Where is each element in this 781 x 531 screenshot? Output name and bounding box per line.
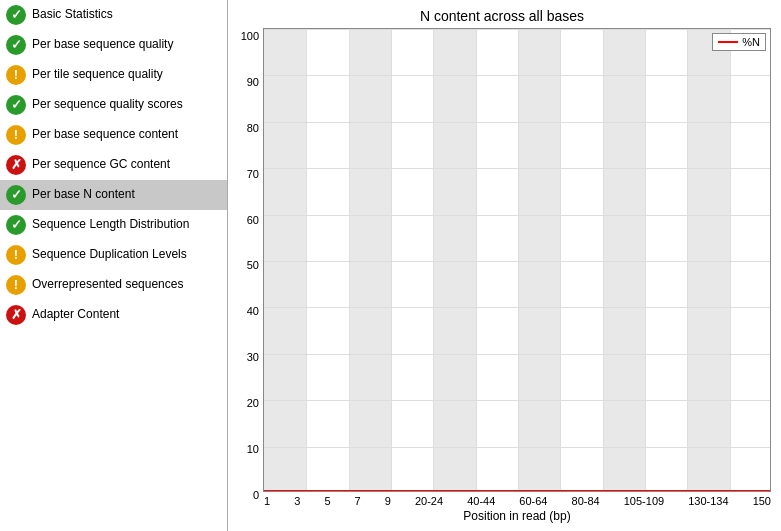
- y-axis: 1009080706050403020100: [233, 28, 263, 523]
- sidebar-label: Sequence Duplication Levels: [32, 247, 187, 263]
- status-icon-warn: !: [6, 125, 26, 145]
- status-icon-pass: ✓: [6, 215, 26, 235]
- y-tick: 60: [247, 214, 259, 226]
- sidebar-label: Per base N content: [32, 187, 135, 203]
- x-tick: 1: [264, 495, 270, 507]
- x-tick: 150: [753, 495, 771, 507]
- sidebar-item-per-base-n-content[interactable]: ✓Per base N content: [0, 180, 227, 210]
- status-icon-warn: !: [6, 65, 26, 85]
- y-tick: 20: [247, 397, 259, 409]
- x-axis-label: Position in read (bp): [263, 509, 771, 523]
- y-tick: 90: [247, 76, 259, 88]
- status-icon-pass: ✓: [6, 5, 26, 25]
- x-tick: 7: [355, 495, 361, 507]
- sidebar: ✓Basic Statistics✓Per base sequence qual…: [0, 0, 228, 531]
- sidebar-item-per-base-sequence-quality[interactable]: ✓Per base sequence quality: [0, 30, 227, 60]
- sidebar-item-per-base-sequence-content[interactable]: !Per base sequence content: [0, 120, 227, 150]
- chart-title: N content across all bases: [233, 8, 771, 24]
- sidebar-item-overrepresented-sequences[interactable]: !Overrepresented sequences: [0, 270, 227, 300]
- y-tick: 40: [247, 305, 259, 317]
- x-tick: 20-24: [415, 495, 443, 507]
- sidebar-item-sequence-duplication-levels[interactable]: !Sequence Duplication Levels: [0, 240, 227, 270]
- chart-and-x: %N 1357920-2440-4460-6480-84105-109130-1…: [263, 28, 771, 523]
- sidebar-label: Per tile sequence quality: [32, 67, 163, 83]
- sidebar-item-sequence-length-distribution[interactable]: ✓Sequence Length Distribution: [0, 210, 227, 240]
- sidebar-item-per-sequence-gc-content[interactable]: ✗Per sequence GC content: [0, 150, 227, 180]
- status-icon-warn: !: [6, 245, 26, 265]
- x-tick: 130-134: [688, 495, 728, 507]
- sidebar-item-adapter-content[interactable]: ✗Adapter Content: [0, 300, 227, 330]
- x-tick: 9: [385, 495, 391, 507]
- sidebar-label: Per sequence quality scores: [32, 97, 183, 113]
- sidebar-label: Overrepresented sequences: [32, 277, 183, 293]
- chart-plot: %N: [263, 28, 771, 492]
- sidebar-label: Per base sequence quality: [32, 37, 173, 53]
- status-icon-pass: ✓: [6, 95, 26, 115]
- sidebar-label: Basic Statistics: [32, 7, 113, 23]
- y-tick: 10: [247, 443, 259, 455]
- sidebar-label: Sequence Length Distribution: [32, 217, 189, 233]
- x-tick: 5: [324, 495, 330, 507]
- sidebar-label: Adapter Content: [32, 307, 119, 323]
- x-tick: 3: [294, 495, 300, 507]
- chart-area: 1009080706050403020100 %N 1357920-2440-4…: [233, 28, 771, 523]
- x-tick: 40-44: [467, 495, 495, 507]
- y-tick: 80: [247, 122, 259, 134]
- status-icon-warn: !: [6, 275, 26, 295]
- status-icon-fail: ✗: [6, 155, 26, 175]
- sidebar-item-per-tile-sequence-quality[interactable]: !Per tile sequence quality: [0, 60, 227, 90]
- x-axis: 1357920-2440-4460-6480-84105-109130-1341…: [263, 492, 771, 507]
- sidebar-item-per-sequence-quality-scores[interactable]: ✓Per sequence quality scores: [0, 90, 227, 120]
- y-tick: 100: [241, 30, 259, 42]
- status-icon-pass: ✓: [6, 185, 26, 205]
- y-tick: 0: [253, 489, 259, 501]
- status-icon-pass: ✓: [6, 35, 26, 55]
- status-icon-fail: ✗: [6, 305, 26, 325]
- sidebar-label: Per sequence GC content: [32, 157, 170, 173]
- x-tick: 60-64: [519, 495, 547, 507]
- y-tick: 50: [247, 259, 259, 271]
- x-tick: 105-109: [624, 495, 664, 507]
- sidebar-label: Per base sequence content: [32, 127, 178, 143]
- x-tick: 80-84: [572, 495, 600, 507]
- sidebar-item-basic-statistics[interactable]: ✓Basic Statistics: [0, 0, 227, 30]
- y-tick: 70: [247, 168, 259, 180]
- data-line-svg: [264, 29, 771, 492]
- y-tick: 30: [247, 351, 259, 363]
- main-content: N content across all bases 1009080706050…: [228, 0, 781, 531]
